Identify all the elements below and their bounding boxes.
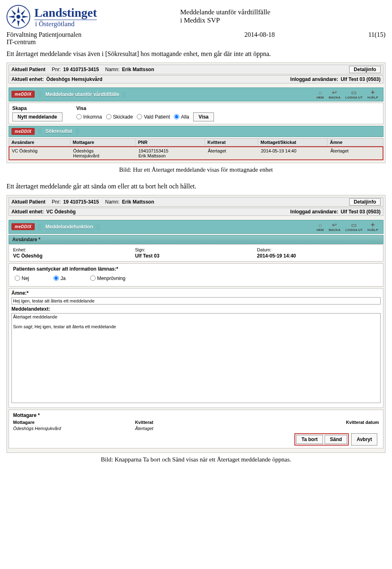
skapa-label: Skapa (12, 105, 62, 111)
nav-help-label: HJÄLP (368, 96, 378, 99)
logo-main-text: Landstinget (34, 6, 97, 20)
user-value: Ulf Test 03 (0503) (341, 76, 381, 82)
meddix-logo: meDDIX (11, 128, 35, 135)
user-label: Inloggad användare: (290, 76, 338, 82)
document-meta: Förvaltning Patientjournalen IT-centrum … (7, 31, 385, 46)
col-avsandare: Avsändare (9, 139, 70, 146)
teal-toolbar-results: meDDIX Sökresultat (9, 126, 383, 137)
nav-home[interactable]: ⌂HEM (316, 222, 324, 232)
visa-button[interactable]: Visa (193, 112, 214, 121)
avbryt-button[interactable]: Avbryt (351, 433, 377, 446)
visa-heading: Visa (76, 105, 214, 111)
enhet-value: VC Ödeshög (13, 253, 135, 259)
back-icon: ↩ (332, 222, 337, 228)
nav-logout[interactable]: ▭LOGGA UT (345, 222, 363, 232)
doc-title-line2: i Meddix SVP (180, 16, 270, 25)
nav-logout[interactable]: ▭LOGGA UT (345, 90, 363, 99)
meddix-logo: meDDIX (11, 223, 35, 230)
kvitterat-value: Återtaget (135, 426, 257, 431)
radio-nej[interactable]: Nej (15, 276, 29, 281)
patient-label: Aktuell Patient (11, 199, 45, 205)
logo-sub-text: i Östergötland (34, 20, 97, 28)
help-icon: ✦ (370, 90, 375, 95)
datum-value: 2014-05-19 14:40 (257, 253, 379, 259)
message-textarea[interactable] (11, 313, 381, 403)
home-icon: ⌂ (318, 222, 322, 228)
org-line1: Förvaltning Patientjournalen (7, 31, 82, 38)
nav-help[interactable]: ✦HJÄLP (368, 222, 378, 232)
consent-section: Patienten samtycker att information lämn… (9, 263, 383, 287)
unit-info-bar-2: Aktuell enhet: VC Ödeshög Inloggad använ… (9, 208, 383, 216)
screenshot-1: Aktuell Patient Pnr: 19 410715-3415 Namn… (7, 63, 385, 163)
patient-info-bar-2: Aktuell Patient Pnr: 19 410715-3415 Namn… (9, 197, 383, 207)
panel-title: Meddelandefunktion (45, 224, 93, 230)
create-view-panel: Skapa Nytt meddelande Visa Inkomna Skick… (9, 103, 383, 124)
radio-vald-patient[interactable]: Vald Patient (137, 114, 170, 120)
svg-point-1 (16, 15, 20, 19)
detaljinfo-button[interactable]: Detaljinfo (349, 198, 381, 206)
nav-help-label: HJÄLP (368, 228, 378, 232)
mottagare-section: Mottagare * Mottagare Ödeshögs Hemsjukvå… (9, 410, 383, 448)
cell-avsandare: VC Ödeshög (9, 147, 71, 159)
radio-nej-label: Nej (22, 276, 29, 281)
home-icon: ⌂ (318, 90, 322, 95)
logout-icon: ▭ (351, 222, 356, 228)
sign-value: Ulf Test 03 (135, 253, 257, 259)
mottagare-header: Mottagare * (13, 412, 379, 418)
unit-info-bar: Aktuell enhet: Ödeshögs Hemsjukvård Inlo… (9, 75, 383, 83)
enhet-small-label: Enhet: (13, 247, 135, 252)
results-title: Sökresultat (45, 128, 72, 134)
avsandare-header: Avsändare * (9, 235, 383, 244)
name-label: Namn: (105, 199, 119, 205)
page-number: 11(15) (368, 31, 385, 46)
help-icon: ✦ (370, 222, 375, 228)
unit-value: VC Ödeshög (46, 209, 76, 215)
col-amne: Ämne (327, 139, 383, 146)
nav-help[interactable]: ✦HJÄLP (368, 90, 378, 99)
mot-col-datum: Kvitterat datum (257, 420, 379, 425)
radio-ja[interactable]: Ja (53, 276, 66, 281)
document-title: Meddelande utanför vårdtillfälle i Meddi… (180, 4, 270, 25)
name-value: Erik Mattsson (122, 67, 154, 72)
radio-men-label: Menprövning (97, 276, 125, 281)
grip-icon (38, 128, 42, 134)
org-line2: IT-centrum (7, 38, 82, 46)
message-label: Meddelandetext: (11, 306, 381, 312)
radio-inkomna[interactable]: Inkomna (76, 114, 102, 120)
screenshot-2: Aktuell Patient Pnr: 19 410715-3415 Namn… (7, 195, 385, 453)
nav-back[interactable]: ↩BACKA (329, 222, 341, 232)
tabort-button[interactable]: Ta bort (296, 435, 323, 444)
pnr-label: Pnr: (52, 67, 61, 72)
panel-title: Meddelande utanför vårdtillfälle (45, 92, 119, 97)
nav-back[interactable]: ↩BACKA (329, 90, 341, 99)
landstinget-logo-icon (6, 4, 31, 29)
logo-block: Landstinget i Östergötland (6, 4, 97, 29)
user-value: Ulf Test 03 (0503) (341, 209, 381, 215)
user-label: Inloggad användare: (290, 209, 338, 215)
result-row-highlighted[interactable]: VC Ödeshög Ödeshögs Hemsjukvård 19410715… (9, 146, 383, 160)
new-message-button[interactable]: Nytt meddelande (12, 112, 62, 121)
radio-menprovning[interactable]: Menprövning (90, 276, 125, 281)
cell-mottagare: Ödeshögs Hemsjukvård (71, 147, 136, 159)
grip-icon (76, 128, 80, 134)
meddix-logo: meDDIX (11, 91, 35, 98)
nav-home-label: HEM (316, 228, 324, 232)
sand-button[interactable]: Sänd (325, 435, 347, 444)
nav-home[interactable]: ⌂HEM (316, 90, 324, 99)
unit-value: Ödeshögs Hemsjukvård (46, 76, 102, 82)
teal-toolbar-2: meDDIX Meddelandefunktion ⌂HEM ↩BACKA ▭L… (9, 220, 383, 234)
mot-col-mottagare: Mottagare (13, 420, 135, 425)
radio-skickade[interactable]: Skickade (106, 114, 133, 120)
cell-pnr-l1: 194107153415 (138, 148, 203, 153)
teal-toolbar-1: meDDIX Meddelande utanför vårdtillfälle … (9, 87, 383, 101)
caption-1: Bild: Hur ett Återtaget meddelande visas… (6, 166, 386, 173)
amne-input[interactable] (11, 297, 381, 305)
radio-alla[interactable]: Alla (174, 114, 189, 120)
logout-icon: ▭ (351, 90, 356, 95)
radio-inkomna-label: Inkomna (83, 114, 102, 120)
pnr-label: Pnr: (52, 199, 61, 205)
unit-label: Aktuell enhet: (11, 209, 44, 215)
detaljinfo-button[interactable]: Detaljinfo (349, 66, 381, 73)
paragraph-2: Ett återtaget meddelande går att sända o… (7, 182, 385, 191)
radio-alla-label: Alla (181, 114, 189, 120)
